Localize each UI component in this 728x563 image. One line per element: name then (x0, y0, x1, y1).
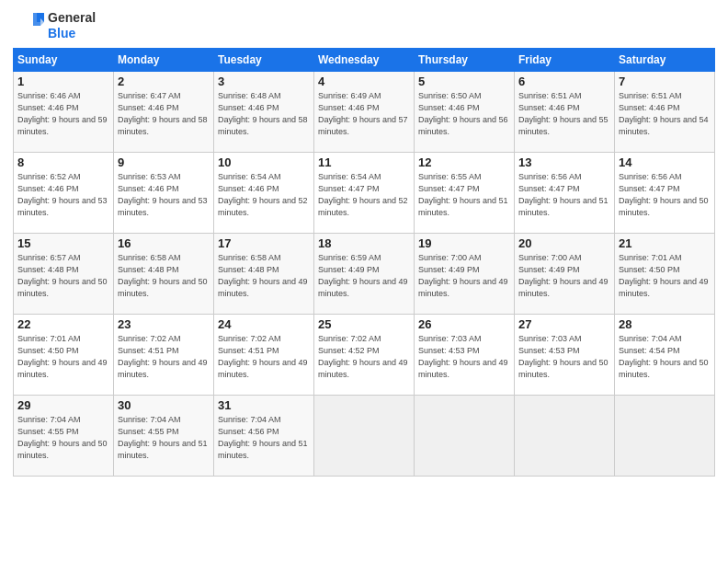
calendar-cell: 6Sunrise: 6:51 AMSunset: 4:46 PMDaylight… (515, 72, 615, 153)
calendar-cell: 19Sunrise: 7:00 AMSunset: 4:49 PMDayligh… (415, 234, 515, 315)
day-number: 27 (518, 317, 610, 331)
logo-wrapper: General Blue (13, 9, 96, 42)
calendar-cell (515, 396, 615, 477)
week-row-2: 8Sunrise: 6:52 AMSunset: 4:46 PMDaylight… (14, 153, 715, 234)
day-number: 18 (318, 236, 410, 250)
day-number: 30 (118, 398, 210, 412)
day-number: 12 (418, 155, 510, 169)
day-info: Sunrise: 6:51 AMSunset: 4:46 PMDaylight:… (518, 90, 610, 138)
calendar-cell: 4Sunrise: 6:49 AMSunset: 4:46 PMDaylight… (314, 72, 415, 153)
calendar-cell: 3Sunrise: 6:48 AMSunset: 4:46 PMDaylight… (214, 72, 314, 153)
header: General Blue (13, 9, 715, 42)
day-number: 23 (118, 317, 210, 331)
calendar-cell: 20Sunrise: 7:00 AMSunset: 4:49 PMDayligh… (515, 234, 615, 315)
day-info: Sunrise: 6:55 AMSunset: 4:47 PMDaylight:… (418, 171, 510, 219)
calendar-cell: 12Sunrise: 6:55 AMSunset: 4:47 PMDayligh… (415, 153, 515, 234)
day-info: Sunrise: 7:03 AMSunset: 4:53 PMDaylight:… (418, 333, 510, 381)
day-info: Sunrise: 7:01 AMSunset: 4:50 PMDaylight:… (619, 252, 711, 300)
day-number: 31 (218, 398, 310, 412)
calendar-cell: 1Sunrise: 6:46 AMSunset: 4:46 PMDaylight… (14, 72, 114, 153)
calendar-cell: 8Sunrise: 6:52 AMSunset: 4:46 PMDaylight… (14, 153, 114, 234)
day-info: Sunrise: 6:50 AMSunset: 4:46 PMDaylight:… (418, 90, 510, 138)
day-number: 25 (318, 317, 410, 331)
calendar-cell (314, 396, 415, 477)
calendar-cell: 29Sunrise: 7:04 AMSunset: 4:55 PMDayligh… (14, 396, 114, 477)
calendar-cell: 24Sunrise: 7:02 AMSunset: 4:51 PMDayligh… (214, 315, 314, 396)
day-info: Sunrise: 7:02 AMSunset: 4:51 PMDaylight:… (118, 333, 210, 381)
weekday-header-row: SundayMondayTuesdayWednesdayThursdayFrid… (14, 49, 715, 72)
calendar-table: SundayMondayTuesdayWednesdayThursdayFrid… (13, 48, 715, 477)
logo: General Blue (13, 9, 96, 42)
day-number: 3 (218, 75, 310, 88)
day-number: 19 (418, 236, 510, 250)
day-info: Sunrise: 7:02 AMSunset: 4:52 PMDaylight:… (318, 333, 410, 381)
calendar-cell: 13Sunrise: 6:56 AMSunset: 4:47 PMDayligh… (515, 153, 615, 234)
calendar-cell: 2Sunrise: 6:47 AMSunset: 4:46 PMDaylight… (114, 72, 214, 153)
calendar-cell: 5Sunrise: 6:50 AMSunset: 4:46 PMDaylight… (415, 72, 515, 153)
weekday-thursday: Thursday (415, 49, 515, 72)
day-number: 22 (17, 317, 109, 331)
day-info: Sunrise: 6:52 AMSunset: 4:46 PMDaylight:… (17, 171, 109, 219)
weekday-saturday: Saturday (615, 49, 715, 72)
calendar-cell: 11Sunrise: 6:54 AMSunset: 4:47 PMDayligh… (314, 153, 415, 234)
calendar-cell: 26Sunrise: 7:03 AMSunset: 4:53 PMDayligh… (415, 315, 515, 396)
calendar-cell: 30Sunrise: 7:04 AMSunset: 4:55 PMDayligh… (114, 396, 214, 477)
calendar-cell: 31Sunrise: 7:04 AMSunset: 4:56 PMDayligh… (214, 396, 314, 477)
day-info: Sunrise: 6:58 AMSunset: 4:48 PMDaylight:… (218, 252, 310, 300)
weekday-monday: Monday (114, 49, 214, 72)
calendar-cell: 9Sunrise: 6:53 AMSunset: 4:46 PMDaylight… (114, 153, 214, 234)
calendar-cell: 16Sunrise: 6:58 AMSunset: 4:48 PMDayligh… (114, 234, 214, 315)
day-info: Sunrise: 7:00 AMSunset: 4:49 PMDaylight:… (518, 252, 610, 300)
day-number: 20 (518, 236, 610, 250)
calendar-cell (415, 396, 515, 477)
weekday-sunday: Sunday (14, 49, 114, 72)
calendar-cell: 17Sunrise: 6:58 AMSunset: 4:48 PMDayligh… (214, 234, 314, 315)
day-info: Sunrise: 6:59 AMSunset: 4:49 PMDaylight:… (318, 252, 410, 300)
calendar-cell (615, 396, 715, 477)
day-number: 10 (218, 155, 310, 169)
day-number: 6 (518, 75, 610, 88)
calendar-cell: 22Sunrise: 7:01 AMSunset: 4:50 PMDayligh… (14, 315, 114, 396)
day-number: 14 (619, 155, 711, 169)
day-info: Sunrise: 6:56 AMSunset: 4:47 PMDaylight:… (518, 171, 610, 219)
calendar-cell: 7Sunrise: 6:51 AMSunset: 4:46 PMDaylight… (615, 72, 715, 153)
day-number: 13 (518, 155, 610, 169)
day-info: Sunrise: 7:04 AMSunset: 4:54 PMDaylight:… (619, 333, 711, 381)
logo-line1: General (48, 10, 96, 26)
calendar-cell: 23Sunrise: 7:02 AMSunset: 4:51 PMDayligh… (114, 315, 214, 396)
weekday-friday: Friday (515, 49, 615, 72)
day-info: Sunrise: 7:02 AMSunset: 4:51 PMDaylight:… (218, 333, 310, 381)
calendar-cell: 25Sunrise: 7:02 AMSunset: 4:52 PMDayligh… (314, 315, 415, 396)
day-number: 26 (418, 317, 510, 331)
day-info: Sunrise: 6:57 AMSunset: 4:48 PMDaylight:… (17, 252, 109, 300)
day-number: 16 (118, 236, 210, 250)
calendar-cell: 28Sunrise: 7:04 AMSunset: 4:54 PMDayligh… (615, 315, 715, 396)
day-info: Sunrise: 7:01 AMSunset: 4:50 PMDaylight:… (17, 333, 109, 381)
day-number: 11 (318, 155, 410, 169)
day-info: Sunrise: 6:47 AMSunset: 4:46 PMDaylight:… (118, 90, 210, 138)
day-info: Sunrise: 6:54 AMSunset: 4:46 PMDaylight:… (218, 171, 310, 219)
day-info: Sunrise: 6:49 AMSunset: 4:46 PMDaylight:… (318, 90, 410, 138)
day-number: 17 (218, 236, 310, 250)
day-number: 7 (619, 75, 711, 88)
day-number: 24 (218, 317, 310, 331)
day-number: 2 (118, 75, 210, 88)
day-info: Sunrise: 6:58 AMSunset: 4:48 PMDaylight:… (118, 252, 210, 300)
calendar-cell: 14Sunrise: 6:56 AMSunset: 4:47 PMDayligh… (615, 153, 715, 234)
calendar-container: General Blue SundayMondayTuesdayWednesda… (0, 0, 728, 484)
day-info: Sunrise: 6:54 AMSunset: 4:47 PMDaylight:… (318, 171, 410, 219)
day-number: 29 (17, 398, 109, 412)
weekday-wednesday: Wednesday (314, 49, 415, 72)
logo-graphic (13, 9, 46, 42)
week-row-1: 1Sunrise: 6:46 AMSunset: 4:46 PMDaylight… (14, 72, 715, 153)
day-info: Sunrise: 7:04 AMSunset: 4:55 PMDaylight:… (17, 414, 109, 462)
week-row-5: 29Sunrise: 7:04 AMSunset: 4:55 PMDayligh… (14, 396, 715, 477)
calendar-cell: 18Sunrise: 6:59 AMSunset: 4:49 PMDayligh… (314, 234, 415, 315)
weekday-tuesday: Tuesday (214, 49, 314, 72)
day-number: 5 (418, 75, 510, 88)
day-number: 1 (17, 75, 109, 88)
day-number: 4 (318, 75, 410, 88)
day-number: 8 (17, 155, 109, 169)
day-number: 15 (17, 236, 109, 250)
day-info: Sunrise: 7:04 AMSunset: 4:55 PMDaylight:… (118, 414, 210, 462)
